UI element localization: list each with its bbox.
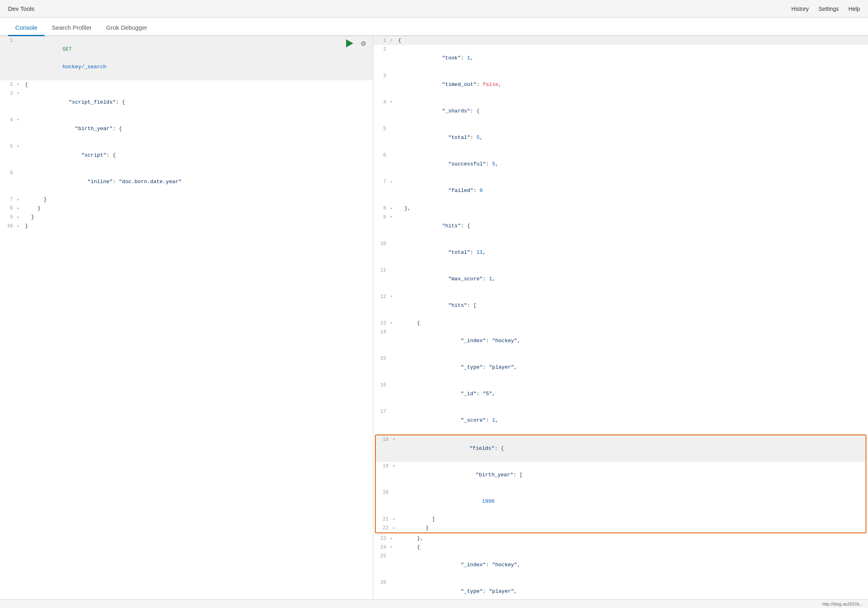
url-path: hockey/_search <box>63 64 106 70</box>
line-content-10[interactable]: } <box>23 222 373 231</box>
line-content-2[interactable]: { <box>23 80 373 89</box>
result-toggle-7[interactable]: ▴ <box>390 178 397 186</box>
result-line-21: 21 ▴ ] <box>376 515 866 524</box>
line-toggle-2[interactable]: ▾ <box>17 80 23 89</box>
editor-line-10: 10 ▴ } <box>0 222 373 231</box>
history-link[interactable]: History <box>791 6 809 12</box>
method-keyword: GET <box>63 46 72 52</box>
run-button[interactable] <box>345 39 355 48</box>
result-content-20: 1996 <box>399 488 866 515</box>
line-toggle-1[interactable] <box>17 36 23 45</box>
line-content-1[interactable]: GET hockey/_search <box>23 36 373 80</box>
tab-console[interactable]: Console <box>8 20 45 36</box>
result-content-26: "_type": "player", <box>397 578 868 599</box>
result-toggle-8[interactable]: ▴ <box>390 204 397 213</box>
result-line-20: 20 1996 <box>376 488 866 515</box>
result-content-23: }, <box>397 534 868 543</box>
settings-button[interactable]: ⚙ <box>359 39 368 48</box>
result-toggle-11 <box>390 266 397 275</box>
line-num-9: 9 <box>0 213 17 222</box>
tab-search-profiler[interactable]: Search Profiler <box>45 20 99 36</box>
line-num-2: 2 <box>0 80 17 89</box>
line-content-4[interactable]: "birth_year": { <box>23 116 373 142</box>
result-toggle-15 <box>390 354 397 363</box>
result-content-3: "timed_out": false, <box>397 71 868 98</box>
result-toggle-21[interactable]: ▴ <box>393 515 399 524</box>
result-line-num-3: 3 <box>373 71 390 80</box>
result-content-25: "_index": "hockey", <box>397 552 868 578</box>
result-content-13: { <box>397 319 868 328</box>
result-line-num-14: 14 <box>373 328 390 337</box>
tab-grok-debugger[interactable]: Grok Debugger <box>99 20 155 36</box>
result-line-22: 22 ▴ } <box>376 524 866 533</box>
line-toggle-7[interactable]: ▴ <box>17 195 23 204</box>
editor-line-3: 3 ▾ "script_fields": { <box>0 89 373 116</box>
result-toggle-10 <box>390 239 397 248</box>
result-line-num-5: 5 <box>373 124 390 133</box>
line-content-5[interactable]: "script": { <box>23 142 373 169</box>
result-line-15: 15 "_type": "player", <box>373 354 868 381</box>
result-toggle-24[interactable]: ▾ <box>390 543 397 552</box>
result-line-num-22: 22 <box>376 524 393 533</box>
result-line-24: 24 ▾ { <box>373 543 868 552</box>
result-content-1: { <box>397 36 868 45</box>
line-toggle-5[interactable]: ▾ <box>17 142 23 151</box>
result-line-num-21: 21 <box>376 515 393 524</box>
result-toggle-4[interactable]: ▾ <box>390 98 397 107</box>
result-toggle-22[interactable]: ▴ <box>393 524 399 533</box>
line-toggle-4[interactable]: ▾ <box>17 116 23 124</box>
result-toggle-12[interactable]: ▾ <box>390 292 397 301</box>
result-line-num-11: 11 <box>373 266 390 275</box>
result-line-13: 13 ▾ { <box>373 319 868 328</box>
result-line-num-20: 20 <box>376 488 393 497</box>
result-line-num-18: 18 <box>376 435 393 444</box>
result-code-area[interactable]: 1 ▾ { 2 "took": 1, 3 <box>373 36 868 599</box>
editor-code-area[interactable]: 1 GET hockey/_search 2 ▾ { 3 <box>0 36 373 599</box>
result-line-num-26: 26 <box>373 578 390 587</box>
settings-link[interactable]: Settings <box>819 6 839 12</box>
result-toggle-9[interactable]: ▾ <box>390 213 397 222</box>
result-toggle-19[interactable]: ▾ <box>393 462 399 471</box>
line-content-7[interactable]: } <box>23 195 373 204</box>
top-bar: Dev Tools History Settings Help <box>0 0 868 18</box>
line-content-6[interactable]: "inline": "doc.born.date.year" <box>23 169 373 195</box>
result-content-10: "total": 11, <box>397 239 868 266</box>
result-line-num-10: 10 <box>373 239 390 248</box>
result-content-19: "birth_year": [ <box>399 462 866 488</box>
panel-resize-handle[interactable]: ⋮ <box>370 310 373 326</box>
result-toggle-1[interactable]: ▾ <box>390 36 397 45</box>
result-line-4: 4 ▾ "_shards": { <box>373 98 868 124</box>
result-content-22: } <box>399 524 866 533</box>
main-area: ⚙ 1 GET hockey/_search 2 ▾ <box>0 36 868 599</box>
line-toggle-3[interactable]: ▾ <box>17 89 23 98</box>
line-num-8: 8 <box>0 204 17 213</box>
result-line-26: 26 "_type": "player", <box>373 578 868 599</box>
line-num-6: 6 <box>0 169 17 178</box>
result-toggle-3 <box>390 71 397 80</box>
result-content-9: "hits": { <box>397 213 868 239</box>
result-line-num-13: 13 <box>373 319 390 328</box>
result-content-15: "_type": "player", <box>397 354 868 381</box>
result-line-num-16: 16 <box>373 381 390 390</box>
line-toggle-10[interactable]: ▴ <box>17 222 23 231</box>
line-content-9[interactable]: } <box>23 213 373 222</box>
result-toggle-13[interactable]: ▾ <box>390 319 397 328</box>
result-toggle-23[interactable]: ▴ <box>390 534 397 543</box>
result-content-21: ] <box>399 515 866 524</box>
result-line-1: 1 ▾ { <box>373 36 868 45</box>
result-line-5: 5 "total": 5, <box>373 124 868 151</box>
result-content-5: "total": 5, <box>397 124 868 151</box>
result-line-num-12: 12 <box>373 292 390 301</box>
result-line-9: 9 ▾ "hits": { <box>373 213 868 239</box>
line-toggle-8[interactable]: ▴ <box>17 204 23 213</box>
result-line-num-4: 4 <box>373 98 390 107</box>
result-line-num-24: 24 <box>373 543 390 552</box>
help-link[interactable]: Help <box>848 6 860 12</box>
result-line-num-2: 2 <box>373 45 390 54</box>
line-num-7: 7 <box>0 195 17 204</box>
line-toggle-9[interactable]: ▴ <box>17 213 23 222</box>
result-toggle-18[interactable]: ▾ <box>393 435 399 444</box>
result-panel: 1 ▾ { 2 "took": 1, 3 <box>373 36 868 599</box>
line-content-3[interactable]: "script_fields": { <box>23 89 373 116</box>
line-content-8[interactable]: } <box>23 204 373 213</box>
